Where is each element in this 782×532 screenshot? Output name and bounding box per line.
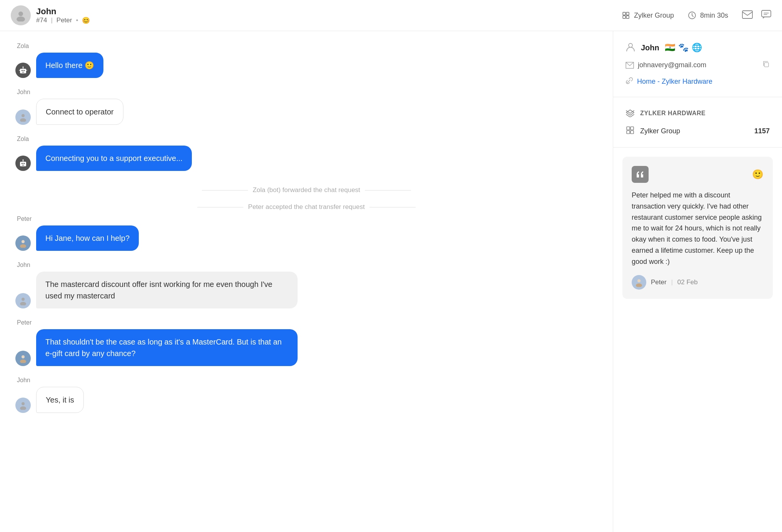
- sender-label: John: [15, 89, 597, 96]
- svg-point-1: [17, 17, 25, 22]
- sidebar-user-name: John: [641, 43, 659, 52]
- bot-avatar: [15, 156, 31, 171]
- dot-separator: •: [76, 17, 78, 24]
- reviewer-sep: |: [671, 279, 673, 286]
- review-emoji: 🙂: [752, 169, 764, 180]
- review-header: 🙂: [632, 166, 764, 183]
- sender-label: Zola: [15, 43, 597, 50]
- message-group: John Connect to operator: [15, 89, 597, 125]
- header-emoji: 😊: [82, 17, 90, 25]
- review-text: Peter helped me with a discount transact…: [632, 190, 764, 267]
- svg-rect-7: [742, 11, 752, 18]
- system-message: Peter accepted the chat transfer request: [15, 203, 597, 211]
- reviewer-avatar: [632, 275, 646, 290]
- user-avatar: [15, 398, 31, 413]
- group-row: Zylker Group 1157: [626, 126, 770, 136]
- svg-point-14: [20, 118, 26, 122]
- email-row: johnavery@gmail.com: [626, 60, 770, 70]
- svg-rect-4: [623, 16, 626, 18]
- email-icon: [626, 62, 634, 69]
- review-card: 🙂 Peter helped me with a discount transa…: [622, 157, 773, 299]
- system-message: Zola (bot) forwarded the chat request: [15, 186, 597, 194]
- svg-point-12: [23, 66, 24, 68]
- svg-point-25: [22, 402, 25, 405]
- svg-rect-16: [22, 163, 23, 164]
- user-browser-icons: 🇮🇳 🐾 🌐: [665, 43, 702, 53]
- svg-point-20: [20, 244, 26, 248]
- svg-rect-5: [626, 16, 629, 18]
- message-group: John Yes, it is: [15, 377, 597, 413]
- svg-point-33: [637, 279, 641, 282]
- system-message-text: Zola (bot) forwarded the chat request: [253, 186, 360, 194]
- clock-icon: [688, 11, 696, 20]
- copy-icon[interactable]: [762, 60, 770, 70]
- reviewer-name: Peter: [651, 278, 667, 286]
- agent-avatar: [15, 235, 31, 251]
- message-bubble: Hello there 🙂: [36, 53, 103, 78]
- svg-rect-30: [631, 127, 634, 130]
- header-action-icons: [742, 10, 771, 21]
- message-bubble: That shouldn't be the case as long as it…: [36, 329, 298, 366]
- message-row: Yes, it is: [15, 387, 597, 413]
- svg-rect-28: [764, 63, 769, 67]
- svg-rect-29: [627, 127, 630, 130]
- svg-rect-15: [20, 162, 26, 166]
- svg-rect-11: [23, 70, 25, 71]
- message-bubble: Hi Jane, how can I help?: [36, 225, 139, 251]
- org-name: ZYLKER HARDWARE: [640, 110, 705, 117]
- finder-icon: 🐾: [678, 43, 689, 53]
- svg-rect-9: [20, 69, 26, 73]
- svg-rect-2: [623, 12, 626, 15]
- header-agent-name: Peter: [57, 17, 72, 24]
- svg-point-18: [23, 159, 24, 161]
- svg-rect-3: [626, 12, 629, 15]
- message-row: Connecting you to a support executive...: [15, 146, 597, 171]
- chat-header: John #74 | Peter • 😊 Zylker Group: [0, 0, 782, 31]
- mail-icon[interactable]: [742, 10, 753, 20]
- svg-point-24: [20, 360, 26, 363]
- message-group: Zola Hello there 🙂: [15, 43, 597, 78]
- user-avatar: [15, 109, 31, 125]
- svg-point-21: [22, 298, 25, 301]
- header-right: Zylker Group 8min 30s: [622, 10, 771, 21]
- group-info: Zylker Group: [622, 11, 674, 20]
- layers-icon: [626, 108, 635, 119]
- main-content: Zola Hello there 🙂 John: [0, 31, 782, 532]
- reviewer-date: 02 Feb: [677, 278, 698, 286]
- sidebar-group-count: 1157: [754, 127, 770, 135]
- chat-icon[interactable]: [761, 10, 771, 21]
- svg-point-13: [22, 114, 25, 117]
- sender-label: Zola: [15, 136, 597, 143]
- chat-area: Zola Hello there 🙂 John: [0, 31, 613, 532]
- user-avatar: [15, 293, 31, 308]
- email-text: johnavery@gmail.com: [638, 61, 706, 69]
- svg-point-34: [636, 283, 642, 287]
- org-row: ZYLKER HARDWARE: [626, 108, 770, 119]
- sidebar: John 🇮🇳 🐾 🌐 johnavery@gmail.com: [613, 31, 782, 532]
- link-row: Home - Zylker Hardware: [626, 77, 770, 86]
- message-row: Hi Jane, how can I help?: [15, 225, 597, 251]
- header-info: John #74 | Peter • 😊: [36, 7, 90, 25]
- sender-label: Peter: [15, 319, 597, 326]
- message-row: Connect to operator: [15, 99, 597, 125]
- header-left: John #74 | Peter • 😊: [11, 5, 90, 25]
- sidebar-group-name: Zylker Group: [640, 127, 680, 135]
- message-bubble: Yes, it is: [36, 387, 84, 413]
- svg-point-27: [629, 43, 632, 47]
- message-group: Zola Connecting you to a support executi…: [15, 136, 597, 171]
- svg-rect-10: [22, 70, 23, 71]
- message-group: John The mastercard discount offer isnt …: [15, 262, 597, 308]
- svg-point-26: [20, 406, 26, 410]
- sender-label: Peter: [15, 215, 597, 222]
- sidebar-link[interactable]: Home - Zylker Hardware: [637, 78, 712, 86]
- svg-rect-31: [627, 131, 630, 134]
- svg-point-0: [18, 12, 23, 16]
- sidebar-user-section: John 🇮🇳 🐾 🌐 johnavery@gmail.com: [613, 31, 782, 97]
- header-timer: 8min 30s: [700, 12, 728, 20]
- svg-rect-8: [762, 10, 771, 17]
- group-icon: [626, 126, 635, 136]
- flag-india-icon: 🇮🇳: [665, 43, 675, 53]
- separator: |: [51, 17, 52, 24]
- message-group: Peter Hi Jane, how can I help?: [15, 215, 597, 251]
- message-row: The mastercard discount offer isnt worki…: [15, 272, 597, 308]
